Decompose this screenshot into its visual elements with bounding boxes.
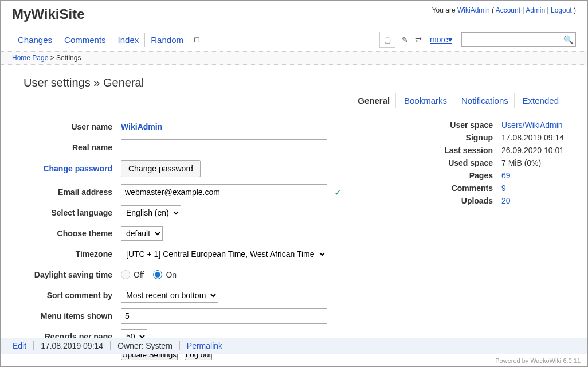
label-menu: Menu items shown	[23, 311, 121, 321]
powered-by: Powered by WackoWiki 6.0.11	[495, 357, 581, 364]
user-info-panel: User spaceUsers/WikiAdmin Signup17.08.20…	[438, 119, 565, 207]
logout-link[interactable]: Logout	[551, 6, 572, 14]
nav-comments[interactable]: Comments	[58, 33, 112, 47]
breadcrumb-current: Settings	[56, 54, 81, 62]
dst-on-label: On	[166, 270, 177, 279]
label-timezone: Timezone	[23, 249, 121, 259]
nav-random[interactable]: Random	[145, 33, 189, 47]
nav-index[interactable]: Index	[112, 33, 146, 47]
footer-edit-link[interactable]: Edit	[13, 341, 26, 350]
footer-owner: Owner: System	[117, 341, 173, 350]
footer-date: 17.08.2019 09:14	[41, 341, 103, 350]
settings-form: User name WikiAdmin Real name Change pas…	[23, 119, 415, 360]
label-realname: Real name	[23, 143, 121, 152]
label-email: Email address	[23, 188, 121, 197]
label-theme: Choose theme	[23, 229, 121, 238]
realname-input[interactable]	[121, 139, 327, 155]
edit-pencil-icon[interactable]: ✎	[398, 32, 411, 48]
account-link[interactable]: Account	[496, 6, 520, 14]
page-heading: User settings » General	[23, 76, 565, 89]
verified-check-icon: ✓	[334, 187, 342, 198]
admin-link[interactable]: Admin	[526, 6, 545, 14]
label-sort: Sort comment by	[23, 291, 121, 300]
bookmark-icon[interactable]: ◻	[189, 33, 205, 47]
info-userspace-link[interactable]: Users/WikiAdmin	[501, 120, 563, 130]
tab-bookmarks[interactable]: Bookmarks	[398, 93, 453, 108]
settings-sliders-icon[interactable]: ⇄	[411, 32, 425, 48]
dst-off-radio[interactable]	[121, 270, 130, 279]
search-icon[interactable]: 🔍	[563, 35, 573, 44]
info-comments-label: Comments	[438, 184, 501, 193]
email-input[interactable]	[121, 184, 327, 200]
user-info: You are WikiAdmin ( Account | Admin | Lo…	[432, 6, 576, 14]
footer-bar: Edit 17.08.2019 09:14 Owner: System Perm…	[1, 338, 587, 354]
label-dst: Daylight saving time	[23, 270, 121, 279]
dst-off-label: Off	[134, 270, 144, 279]
tab-general[interactable]: General	[352, 93, 396, 108]
info-comments-link[interactable]: 9	[501, 184, 506, 193]
breadcrumb-home[interactable]: Home Page	[12, 54, 48, 62]
footer-permalink[interactable]: Permalink	[187, 341, 222, 350]
info-usedspace-value: 7 MiB (0%)	[501, 158, 565, 167]
search-input[interactable]	[464, 36, 563, 44]
info-lastsession-label: Last session	[438, 146, 501, 155]
username-link[interactable]: WikiAdmin	[457, 6, 490, 14]
more-dropdown[interactable]: more▾	[425, 35, 457, 44]
tab-extended[interactable]: Extended	[517, 93, 565, 108]
site-title: MyWikiSite	[12, 6, 84, 22]
page-box-icon[interactable]: ▢	[379, 32, 395, 48]
dst-on-radio[interactable]	[153, 270, 162, 279]
breadcrumb: Home Page > Settings	[1, 51, 587, 65]
change-password-button[interactable]: Change password	[121, 160, 201, 177]
info-pages-link[interactable]: 69	[501, 171, 511, 180]
info-uploads-label: Uploads	[438, 196, 501, 205]
info-signup-value: 17.08.2019 09:14	[501, 133, 565, 142]
language-select[interactable]: English (en)	[121, 205, 181, 220]
menu-items-input[interactable]	[121, 308, 327, 324]
info-userspace-label: User space	[438, 120, 501, 130]
label-language: Select language	[23, 208, 121, 217]
info-usedspace-label: Used space	[438, 158, 501, 167]
label-changepw-link[interactable]: Change password	[43, 164, 112, 173]
nav-tabs: Changes Comments Index Random ◻	[12, 33, 205, 47]
nav-changes[interactable]: Changes	[12, 33, 58, 47]
settings-tabs: General Bookmarks Notifications Extended	[23, 93, 565, 108]
info-lastsession-value: 26.09.2020 10:01	[501, 146, 565, 155]
sort-select[interactable]: Most recent on bottom	[121, 288, 218, 303]
theme-select[interactable]: default	[121, 226, 163, 241]
label-username: User name	[23, 122, 121, 131]
username-value[interactable]: WikiAdmin	[121, 122, 162, 131]
info-uploads-link[interactable]: 20	[501, 196, 511, 205]
you-are-text: You are	[432, 6, 457, 14]
search-box[interactable]: 🔍	[461, 32, 576, 47]
tab-notifications[interactable]: Notifications	[456, 93, 515, 108]
info-signup-label: Signup	[438, 133, 501, 142]
info-pages-label: Pages	[438, 171, 501, 180]
timezone-select[interactable]: [UTC + 1] Central European Time, West Af…	[121, 247, 327, 261]
